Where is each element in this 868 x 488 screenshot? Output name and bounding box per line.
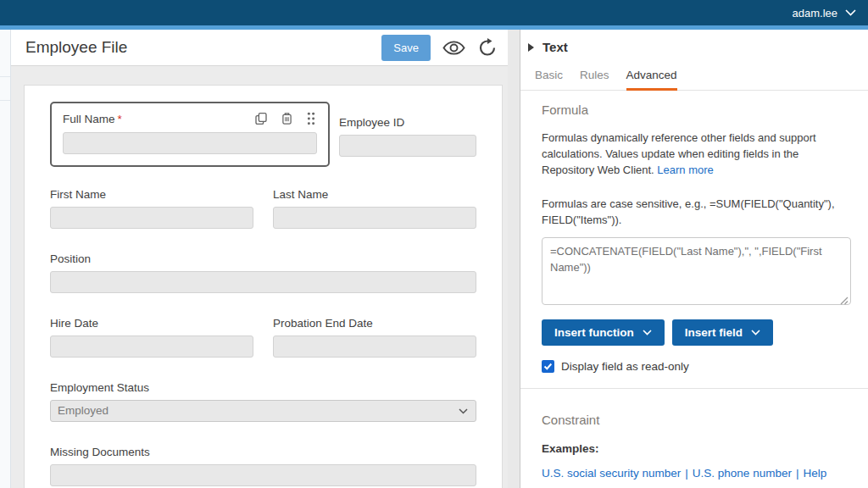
form-canvas: Full Name* Employee ID	[11, 66, 508, 488]
field-employee-id: Employee ID	[339, 102, 476, 167]
formula-case-note: Formulas are case sensitive, e.g., =SUM(…	[542, 197, 854, 229]
position-input[interactable]	[50, 271, 476, 293]
checkbox-checked-icon[interactable]	[542, 360, 554, 373]
properties-tabs: Basic Rules Advanced	[520, 54, 868, 91]
form-card: Full Name* Employee ID	[24, 85, 503, 488]
field-employment-status: Employment Status Employed	[50, 381, 476, 422]
field-label: Last Name	[273, 188, 476, 201]
formula-editor: =CONCATENATE(FIELD("Last Name"),", ",FIE…	[542, 237, 851, 310]
phone-example-link[interactable]: U.S. phone number	[693, 467, 792, 480]
panel-header[interactable]: Text	[520, 30, 868, 54]
advanced-tab-content: Formula Formulas dynamically reference o…	[520, 91, 868, 488]
section-divider	[520, 388, 868, 389]
tab-basic[interactable]: Basic	[535, 69, 563, 91]
link-separator: |	[796, 467, 799, 480]
field-label: Employee ID	[339, 116, 476, 129]
left-rail[interactable]	[0, 30, 11, 488]
field-label: First Name	[50, 188, 253, 201]
form-row: Hire Date Probation End Date	[50, 317, 476, 358]
panel-title: Text	[542, 40, 568, 54]
save-button[interactable]: Save	[381, 35, 431, 61]
field-label: Full Name*	[63, 113, 253, 125]
field-hire-date: Hire Date	[50, 317, 253, 358]
form-designer-panel: Employee File Save Full Name*	[11, 30, 508, 488]
refresh-icon	[477, 37, 498, 58]
full-name-input[interactable]	[63, 132, 317, 154]
chevron-down-icon	[751, 330, 760, 336]
eye-icon	[442, 39, 466, 57]
copy-icon[interactable]	[253, 111, 269, 126]
formula-textarea[interactable]: =CONCATENATE(FIELD("Last Name"),", ",FIE…	[542, 237, 851, 305]
form-header: Employee File Save	[11, 30, 508, 66]
field-properties-panel: Text Basic Rules Advanced Formula Formul…	[520, 30, 868, 488]
field-missing-documents: Missing Documents	[50, 446, 476, 486]
required-marker: *	[118, 113, 122, 125]
learn-more-link[interactable]: Learn more	[657, 164, 713, 176]
trash-icon[interactable]	[280, 111, 294, 126]
help-link[interactable]: Help	[803, 467, 826, 480]
hire-date-input[interactable]	[50, 336, 253, 358]
link-separator: |	[685, 467, 688, 480]
main-layout: Employee File Save Full Name*	[0, 30, 868, 488]
formula-section-heading: Formula	[542, 101, 849, 119]
insert-function-button[interactable]: Insert function	[542, 319, 665, 346]
field-probation-end-date: Probation End Date	[273, 317, 476, 358]
constraint-example-links: U.S. social security number|U.S. phone n…	[542, 465, 849, 482]
insert-field-button[interactable]: Insert field	[672, 319, 773, 346]
collapse-triangle-icon[interactable]	[528, 43, 534, 52]
field-position: Position	[50, 252, 476, 293]
employee-id-input[interactable]	[339, 135, 476, 157]
tab-advanced[interactable]: Advanced	[626, 69, 677, 91]
field-label: Position	[50, 252, 476, 265]
examples-label: Examples:	[542, 441, 849, 458]
probation-end-date-input[interactable]	[273, 336, 476, 358]
employment-status-select[interactable]: Employed	[50, 400, 476, 422]
rail-divider	[0, 76, 10, 77]
preview-button[interactable]	[442, 39, 466, 57]
missing-documents-input[interactable]	[50, 464, 476, 486]
first-name-input[interactable]	[50, 207, 253, 229]
tab-rules[interactable]: Rules	[580, 69, 609, 91]
form-row: First Name Last Name	[50, 188, 476, 229]
panel-gutter	[508, 30, 520, 488]
formula-buttons: Insert function Insert field	[542, 319, 849, 346]
form-row: Full Name* Employee ID	[50, 102, 476, 167]
field-label: Missing Documents	[50, 446, 476, 458]
formula-description: Formulas dynamically reference other fie…	[542, 130, 854, 179]
drag-handle-icon[interactable]	[305, 111, 317, 126]
form-title: Employee File	[25, 38, 381, 57]
chevron-down-icon	[845, 9, 856, 16]
field-label: Employment Status	[50, 381, 476, 394]
field-full-name-selected[interactable]: Full Name*	[50, 102, 330, 167]
constraint-section-heading: Constraint	[542, 411, 849, 430]
selected-option: Employed	[51, 401, 476, 421]
field-first-name: First Name	[50, 188, 253, 229]
last-name-input[interactable]	[273, 207, 476, 229]
field-last-name: Last Name	[273, 188, 476, 229]
readonly-checkbox-row[interactable]: Display field as read-only	[542, 358, 849, 375]
top-navigation-bar: adam.lee	[0, 0, 868, 25]
refresh-button[interactable]	[477, 37, 498, 58]
rail-divider	[0, 100, 10, 101]
user-menu[interactable]: adam.lee	[793, 7, 856, 19]
chevron-down-icon	[459, 408, 468, 414]
field-label: Probation End Date	[273, 317, 476, 330]
field-label: Hire Date	[50, 317, 253, 330]
checkbox-label: Display field as read-only	[561, 358, 689, 375]
username: adam.lee	[793, 7, 837, 19]
chevron-down-icon	[643, 330, 652, 336]
ssn-example-link[interactable]: U.S. social security number	[542, 467, 681, 480]
